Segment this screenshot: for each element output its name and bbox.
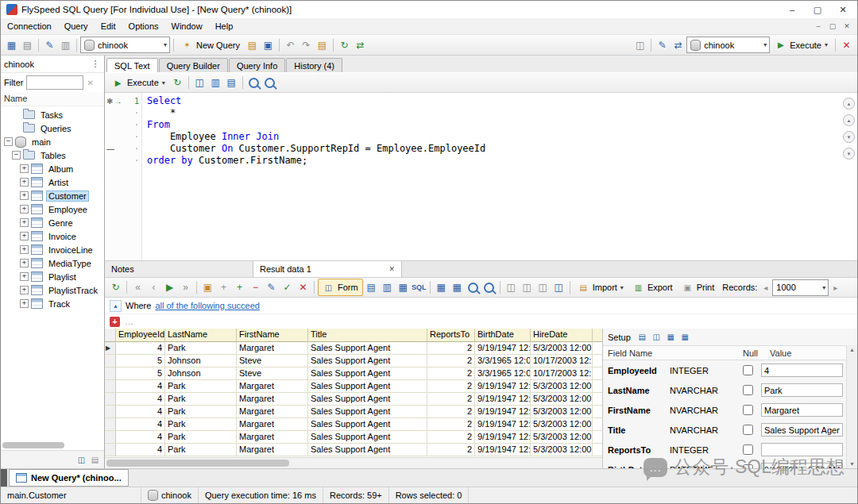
field-value-input[interactable] [761,383,843,397]
connection-combobox[interactable]: chinook ▾ [80,37,170,53]
grid-col-employeeid[interactable]: EmployeeId [116,329,165,342]
null-checkbox[interactable] [743,405,753,415]
menu-query[interactable]: Query [58,20,95,33]
tree-item-artist[interactable]: +Artist [1,175,104,189]
new-query-button[interactable]: ✶ New Query [177,37,244,53]
panel-view-icon[interactable]: ◫ [75,454,87,466]
tree-item-playlist[interactable]: +Playlist [1,270,104,283]
tree-item-tables[interactable]: −Tables [1,148,104,162]
collapse-filter-icon[interactable]: ▲ [110,300,122,312]
expander-icon[interactable]: − [4,137,13,146]
tab-notes[interactable]: Notes [105,261,253,277]
card-view-icon[interactable]: ▥ [380,280,395,295]
last-record-icon[interactable]: » [178,280,193,295]
eraser-icon[interactable]: ▥ [58,37,73,52]
minimize-button[interactable]: – [779,2,805,17]
grid-horizontal-scrollbar[interactable] [105,457,602,468]
field-value-input[interactable] [761,364,843,377]
prior-record-icon[interactable]: ‹ [146,280,161,295]
split-view-icon[interactable]: ◫ [192,75,207,90]
expander-icon[interactable]: + [20,205,29,214]
import-button[interactable]: ▤ Import ▾ [574,279,628,295]
null-checkbox[interactable] [743,464,753,468]
filter-condition-link[interactable]: all of the following succeed [155,301,259,310]
gear-icon[interactable]: ✱ [106,97,113,106]
sql-execute-button[interactable]: ▶ Execute ▾ [108,75,169,90]
next-record-icon[interactable]: ▶ [162,280,177,295]
tree-item-mediatype[interactable]: +MediaType [1,256,104,270]
table-row[interactable]: 4ParkMargaretSales Support Agent29/19/19… [105,380,602,393]
expander-icon[interactable]: + [20,245,29,254]
scroll-up-icon[interactable]: ▲ [843,98,855,110]
chart-view-icon[interactable]: ▦ [396,280,411,295]
records-prev-icon[interactable]: ◂ [759,282,771,294]
refresh-icon[interactable]: ↻ [337,37,352,52]
scroll-up-icon[interactable]: ▲ [849,347,855,352]
records-limit-combobox[interactable]: 1000 ▾ [772,279,829,296]
lock-icon[interactable]: ▣ [200,280,215,295]
null-checkbox[interactable] [743,444,753,455]
refresh-icon[interactable]: ↻ [170,75,185,90]
tree-item-employee[interactable]: +Employee [1,202,104,216]
post-edit-icon[interactable]: ✓ [280,280,295,295]
format-sql-icon[interactable]: ▥ [208,75,223,90]
tree-item-album[interactable]: +Album [1,162,104,175]
form-view-button[interactable]: ◫ Form [318,279,363,296]
tree-item-invoice[interactable]: +Invoice [1,229,104,243]
panel-list-icon[interactable]: ▤ [89,454,101,466]
records-next-icon[interactable]: ▸ [829,282,841,294]
grid-col-title[interactable]: Title [308,329,427,342]
append-record-icon[interactable]: + [232,280,247,295]
open-folder-icon[interactable]: ▤ [245,37,260,52]
tree-item-queries[interactable]: Queries [1,121,104,135]
sidebar-scrollbar[interactable] [1,441,104,450]
table-row[interactable]: 5JohnsonSteveSales Support Agent23/3/196… [105,355,602,367]
field-value-input[interactable] [761,423,843,437]
null-checkbox[interactable] [743,385,753,395]
delete-record-icon[interactable]: − [248,280,263,295]
setup-layout-3-icon[interactable]: ▦ [665,331,677,343]
tree-item-genre[interactable]: +Genre [1,216,104,229]
table-row[interactable]: 4ParkMargaretSales Support Agent29/19/19… [105,406,602,418]
execute-button[interactable]: ▶ Execute ▾ [771,37,832,53]
field-value-input[interactable] [761,463,843,468]
maximize-button[interactable]: ▢ [805,2,830,17]
grid-col-reportsto[interactable]: ReportsTo [427,329,475,342]
close-tab-icon[interactable]: ✕ [388,265,395,273]
tree-item-main[interactable]: −main [1,135,104,148]
table-row[interactable]: 4ParkMargaretSales Support Agent29/19/19… [105,393,602,406]
scroll-up-page-icon[interactable]: ▲ [843,114,855,126]
child-close-button[interactable]: ✕ [840,22,854,30]
zoom-out-icon[interactable] [262,75,277,90]
menu-edit[interactable]: Edit [95,20,122,33]
child-restore-button[interactable]: ▢ [825,22,840,30]
connect-icon[interactable]: ⇄ [671,37,686,52]
tab-sql-text[interactable]: SQL Text [106,58,158,72]
setup-vertical-scrollbar[interactable]: ▲ ▼ [846,345,857,468]
zoom-out-icon[interactable] [481,280,497,295]
scroll-down-page-icon[interactable]: ▼ [843,131,855,143]
pen-tool-icon[interactable]: ✎ [655,37,670,52]
scroll-down-icon[interactable]: ▼ [843,148,855,160]
active-connection-combobox[interactable]: chinook ▾ [686,37,770,53]
null-checkbox[interactable] [743,365,753,375]
null-checkbox[interactable] [743,425,753,435]
tree-item-tasks[interactable]: Tasks [1,108,104,121]
sync-icon[interactable]: ⇄ [353,37,368,52]
layout-4-icon[interactable]: ◫ [551,280,566,295]
paste-icon[interactable]: ▤ [315,37,330,52]
grid-view-icon[interactable]: ▤ [364,280,379,295]
tab-history-4[interactable]: History (4) [286,58,342,72]
filter-input[interactable] [26,75,83,90]
setup-layout-4-icon[interactable]: ▦ [679,331,691,343]
tree-item-customer[interactable]: +Customer [1,189,104,202]
redo-icon[interactable]: ↷ [299,37,314,52]
layout-1-icon[interactable]: ◫ [504,280,519,295]
expander-icon[interactable]: + [20,178,29,187]
print-button[interactable]: ▣ Print [678,279,719,295]
edit-record-icon[interactable]: ✎ [264,280,279,295]
setup-layout-1-icon[interactable]: ▤ [636,331,648,343]
refresh-results-icon[interactable]: ↻ [108,280,123,295]
field-value-input[interactable] [761,443,843,456]
expander-icon[interactable]: + [20,259,29,267]
